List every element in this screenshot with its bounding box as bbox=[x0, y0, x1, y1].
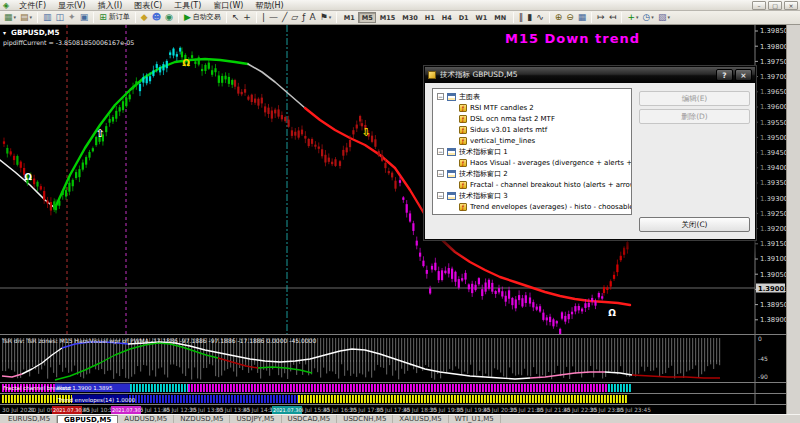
tab-USDJPY-M5[interactable]: USDJPY,M5 bbox=[230, 415, 281, 423]
data-window-button[interactable]: ◫ bbox=[54, 11, 67, 24]
bar-chart-type-button[interactable]: ‖ bbox=[517, 11, 526, 24]
website-button[interactable]: ◉ bbox=[163, 11, 175, 24]
toolbar-separator bbox=[336, 12, 337, 23]
indicator-item-row[interactable]: ƒTrend envelopes (averages) - histo - ch… bbox=[435, 201, 631, 212]
fractal-breakout-indicator-panel[interactable]: Fractal channel breakouthisto 1.3900 1.3… bbox=[0, 382, 786, 393]
svg-text:-45: -45 bbox=[758, 355, 768, 362]
timeframe-M5[interactable]: M5 bbox=[358, 12, 376, 23]
dialog-close-icon[interactable]: × bbox=[735, 69, 752, 81]
indicator-item-row[interactable]: ƒFractal - channel breakout histo (alert… bbox=[435, 179, 631, 190]
indicator-item-row[interactable]: ƒDSL ocn nma fast 2 MTF bbox=[435, 113, 631, 124]
timeframe-MN[interactable]: MN bbox=[491, 12, 510, 23]
menu-item-window[interactable]: 窗口(W) bbox=[207, 1, 249, 10]
candle-chart-type-button[interactable]: ▮ bbox=[525, 11, 534, 24]
tab-NZDUSD-M5[interactable]: NZDUSD,M5 bbox=[174, 415, 230, 423]
trendline-tool-button[interactable]: ╱ bbox=[280, 11, 289, 24]
arrows-tool-button[interactable]: ⚑▾ bbox=[318, 11, 334, 24]
chart-shift-button[interactable]: ↤ bbox=[607, 11, 619, 24]
indicator-item-row[interactable]: ƒRSI MTF candles 2 bbox=[435, 102, 631, 113]
vertical-line-tool-button[interactable]: | bbox=[260, 11, 267, 24]
close-button[interactable]: 关闭(C) bbox=[639, 217, 750, 232]
tile-windows-icon: ▦ bbox=[578, 11, 587, 24]
indicator-group-row[interactable]: −技术指标窗口 1 bbox=[435, 146, 631, 157]
close-window-icon[interactable]: × bbox=[784, 1, 798, 10]
indicator-item-row[interactable]: ƒvertical_time_lines bbox=[435, 135, 631, 146]
profiles-button[interactable]: ▤▾ bbox=[18, 11, 34, 24]
indicators-tree[interactable]: −主图表ƒRSI MTF candles 2ƒDSL ocn nma fast … bbox=[432, 88, 632, 215]
crosshair-button[interactable]: + bbox=[241, 11, 253, 24]
new-chart-button[interactable]: ▦▾ bbox=[2, 11, 18, 24]
autotrading-icon: ▶ bbox=[184, 11, 191, 24]
text-tool-button[interactable]: A bbox=[307, 11, 317, 24]
collapse-icon[interactable]: − bbox=[437, 93, 444, 100]
indicator-group-row[interactable]: −技术指标窗口 2 bbox=[435, 168, 631, 179]
autotrading-button[interactable]: ▶自动交易 bbox=[182, 11, 223, 24]
timeframe-H4[interactable]: H4 bbox=[438, 12, 455, 23]
timeframe-H1[interactable]: H1 bbox=[421, 12, 438, 23]
menu-item-insert[interactable]: 插入(I) bbox=[92, 1, 129, 10]
edit-button[interactable]: 编辑(E) bbox=[639, 91, 750, 106]
horizontal-line-tool-button[interactable]: — bbox=[267, 11, 280, 24]
fibonacci-tool-button[interactable]: ƒ bbox=[300, 11, 307, 24]
chevron-down-icon: ▾ bbox=[651, 11, 654, 24]
indicator-item-label: RSI MTF candles 2 bbox=[470, 104, 534, 112]
timeframe-M30[interactable]: M30 bbox=[399, 12, 422, 23]
one-click-trading-icon[interactable]: ▾ bbox=[3, 29, 6, 36]
collapse-icon[interactable]: − bbox=[437, 170, 444, 177]
indicator-item-row[interactable]: ƒHaos Visual - averages (divergence + al… bbox=[435, 157, 631, 168]
collapse-icon[interactable]: − bbox=[437, 192, 444, 199]
menu-item-charts[interactable]: 图表(C) bbox=[128, 1, 168, 10]
down-arrow-marker: ⇩ bbox=[361, 126, 370, 139]
toolbar-separator bbox=[591, 12, 592, 23]
indicator-group-row[interactable]: −主图表 bbox=[435, 91, 631, 102]
indicator-item-label: vertical_time_lines bbox=[470, 137, 535, 145]
auto-scroll-icon: ↦ bbox=[597, 11, 605, 24]
collapse-icon[interactable]: − bbox=[437, 148, 444, 155]
toolbar-separator bbox=[135, 12, 136, 23]
tab-GBPUSD-M5[interactable]: GBPUSD,M5 bbox=[57, 415, 118, 423]
minimize-window-icon[interactable]: – bbox=[752, 1, 766, 10]
tab-XAUUSD-M5[interactable]: XAUUSD,M5 bbox=[393, 415, 448, 423]
navigator-button[interactable]: ✦ bbox=[66, 11, 78, 24]
terminal-button[interactable]: ▣ bbox=[78, 11, 91, 24]
delete-button[interactable]: 删除(D) bbox=[639, 109, 750, 124]
zoom-out-button[interactable]: ⊖ bbox=[564, 11, 576, 24]
metaeditor-button[interactable]: ◆ bbox=[139, 11, 150, 24]
trend-envelopes-indicator-panel[interactable]: Trend envelopes(14) 1.0000 bbox=[0, 393, 786, 404]
tab-AUDUSD-M5[interactable]: AUDUSD,M5 bbox=[118, 415, 174, 423]
indicator-group-row[interactable]: −技术指标窗口 3 bbox=[435, 190, 631, 201]
templates-icon: ▧ bbox=[658, 11, 667, 24]
zoom-in-button[interactable]: ⊕ bbox=[553, 11, 565, 24]
menu-item-tools[interactable]: 工具(T) bbox=[168, 1, 207, 10]
tile-windows-button[interactable]: ▦ bbox=[576, 11, 589, 24]
tab-WTI-U1-M5[interactable]: WTI_U1,M5 bbox=[449, 415, 501, 423]
indicators-button[interactable]: +▾ bbox=[625, 11, 640, 24]
omega-marker: Ω bbox=[608, 308, 616, 318]
cursor-button[interactable]: ↖ bbox=[230, 11, 242, 24]
menu-item-view[interactable]: 显示(V) bbox=[52, 1, 92, 10]
market-watch-button[interactable]: ▥ bbox=[41, 11, 54, 24]
pipdiff-comment-label: pipdiffCurrent = -3.85081850006167e-05 bbox=[3, 39, 134, 47]
community-button[interactable]: ☻ bbox=[150, 11, 163, 24]
templates-button[interactable]: ▧▾ bbox=[656, 11, 672, 24]
menu-item-file[interactable]: 文件(F) bbox=[13, 1, 52, 10]
periods-button[interactable]: ◷▾ bbox=[641, 11, 656, 24]
channel-tool-button[interactable]: ▱ bbox=[289, 11, 300, 24]
timeframe-D1[interactable]: D1 bbox=[455, 12, 472, 23]
dialog-help-button[interactable]: ? bbox=[716, 69, 733, 81]
tab-EURUSD-M5[interactable]: EURUSD,M5 bbox=[2, 415, 57, 423]
restore-window-icon[interactable]: ▢ bbox=[768, 1, 782, 10]
tab-USDCNH-M5[interactable]: USDCNH,M5 bbox=[337, 415, 393, 423]
menu-item-help[interactable]: 帮助(H) bbox=[249, 1, 289, 10]
new-order-button[interactable]: ⊞新订单 bbox=[97, 11, 132, 24]
dialog-title-bar: 技术指标 GBPUSD,M5 ? × bbox=[425, 67, 755, 83]
haos-visual-indicator-panel[interactable]: TsR div: TsR zones: M15 HaosVisual wpr o… bbox=[0, 334, 786, 382]
line-chart-type-button[interactable]: ∿ bbox=[534, 11, 546, 24]
timeframe-M1[interactable]: M1 bbox=[340, 12, 358, 23]
time-axis: 30 Jul 202130 Jul 09:0530 Jul 09:4530 Ju… bbox=[0, 404, 786, 414]
timeframe-M15[interactable]: M15 bbox=[376, 12, 399, 23]
tab-USDCAD-M5[interactable]: USDCAD,M5 bbox=[282, 415, 338, 423]
auto-scroll-button[interactable]: ↦ bbox=[595, 11, 607, 24]
timeframe-W1[interactable]: W1 bbox=[472, 12, 491, 23]
indicator-item-row[interactable]: ƒSidus v3.01 alerts mtf bbox=[435, 124, 631, 135]
